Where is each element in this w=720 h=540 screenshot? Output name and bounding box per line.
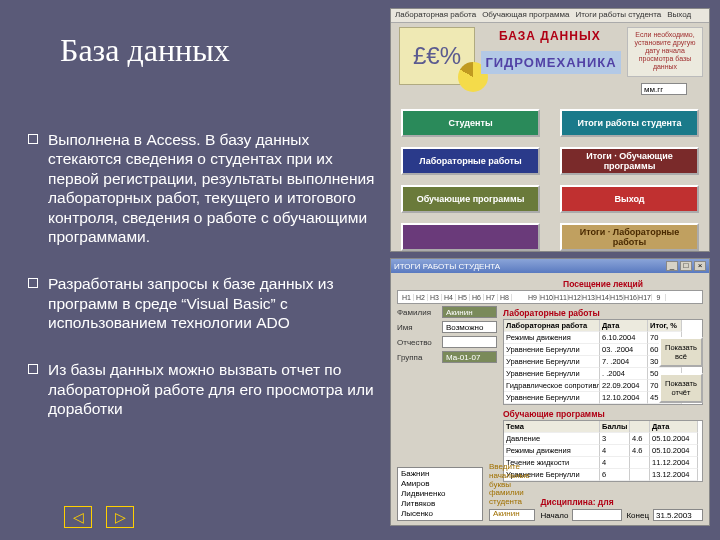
students-button[interactable]: Студенты [401,109,540,137]
group-label: Группа [397,353,439,362]
name-label: Имя [397,323,439,332]
titlebar[interactable]: ИТОГИ РАБОТЫ СТУДЕНТА _ □ × [391,259,709,273]
surname-filter-input[interactable]: Акинин [489,509,535,521]
db-heading: БАЗА ДАННЫХ [499,29,601,43]
main-button-grid: Студенты Итоги работы студента Лаборатор… [401,109,699,241]
bullet-marker-icon [28,278,38,288]
show-report-button[interactable]: Показать отчёт [659,373,703,403]
db-subheading: ГИДРОМЕХАНИКА [481,51,621,74]
show-all-button[interactable]: Показать всё [659,337,703,367]
bullet-item: Разработаны запросы к базе данных из про… [28,274,378,332]
menubar[interactable]: Лабораторная работа Обучающая программа … [391,9,709,23]
date-range: Дисциплина: для НачалоКонец31.5.2003 [541,497,703,521]
programs-heading: Обучающие программы [503,409,703,419]
bullet-text: Выполнена в Access. В базу данных стекаю… [48,130,378,246]
side-buttons: Показать всё Показать отчёт [659,337,703,403]
start-label: Начало [541,511,569,520]
patronymic-input[interactable] [442,336,497,348]
table-row: Давление34.605.10.2004 [504,433,702,445]
labs-button[interactable]: Лабораторные работы [401,147,540,175]
window-title: ИТОГИ РАБОТЫ СТУДЕНТА [394,262,500,271]
surname-input[interactable]: Акинин [442,306,497,318]
triangle-right-icon: ▷ [115,509,126,525]
col-score: Итог, % [648,320,682,332]
end-date-input[interactable]: 31.5.2003 [653,509,703,521]
student-listbox[interactable]: Бажнин Амиров Лидвиненко Литвяков Лысенк… [397,467,483,521]
name-input[interactable]: Возможно [442,321,497,333]
menu-item[interactable]: Обучающая программа [482,10,569,21]
extra-button[interactable] [401,223,540,251]
table-row: Режимы движения44.605.10.2004 [504,445,702,457]
bullet-marker-icon [28,134,38,144]
student-fields: ФамилияАкинин ИмяВозможно Отчество Групп… [397,306,497,405]
bullet-item: Выполнена в Access. В базу данных стекаю… [28,130,378,246]
bullet-list: Выполнена в Access. В базу данных стекаю… [28,130,378,447]
bullet-text: Разработаны запросы к базе данных из про… [48,274,378,332]
menu-item[interactable]: Выход [667,10,691,21]
date-hint: Если необходимо, установите другую дату … [627,27,703,77]
bullet-item: Из базы данных можно вызвать отчет по ла… [28,360,378,418]
entry-hint: Введите начальные буквы фамилии студента… [489,463,535,521]
db-main-window: Лабораторная работа Обучающая программа … [390,8,710,252]
menu-item[interactable]: Лабораторная работа [395,10,476,21]
col-date: Дата [600,320,648,332]
patronymic-label: Отчество [397,338,439,347]
app-logo-icon: £€% [399,27,475,85]
menu-item[interactable]: Итоги работы студента [575,10,661,21]
attendance-row: Н1Н2Н3Н4Н5Н6Н7Н8Н9Н10Н11Н12Н13Н14Н15Н16Н… [397,290,703,304]
slide-title: База данных [60,32,230,69]
lab-results-button[interactable]: Итоги · Лабораторные работы [560,223,699,251]
triangle-left-icon: ◁ [73,509,84,525]
labs-heading: Лабораторные работы [503,308,703,318]
slide-nav: ◁ ▷ [64,506,134,528]
prev-button[interactable]: ◁ [64,506,92,528]
surname-label: Фамилия [397,308,439,317]
close-icon[interactable]: × [694,261,706,271]
student-results-button[interactable]: Итоги работы студента [560,109,699,137]
end-label: Конец [626,511,649,520]
tutorial-results-button[interactable]: Итоги · Обучающие программы [560,147,699,175]
col-lab: Лабораторная работа [504,320,600,332]
tutorials-button[interactable]: Обучающие программы [401,185,540,213]
student-results-window: ИТОГИ РАБОТЫ СТУДЕНТА _ □ × Посещение ле… [390,258,710,526]
exit-button[interactable]: Выход [560,185,699,213]
start-date-input[interactable] [572,509,622,521]
next-button[interactable]: ▷ [106,506,134,528]
group-input[interactable]: Ма-01-07 [442,351,497,363]
attendance-heading: Посещение лекций [397,279,643,289]
bullet-text: Из базы данных можно вызвать отчет по ла… [48,360,378,418]
date-input[interactable]: мм.гг [641,83,687,95]
bullet-marker-icon [28,364,38,374]
minimize-icon[interactable]: _ [666,261,678,271]
maximize-icon[interactable]: □ [680,261,692,271]
